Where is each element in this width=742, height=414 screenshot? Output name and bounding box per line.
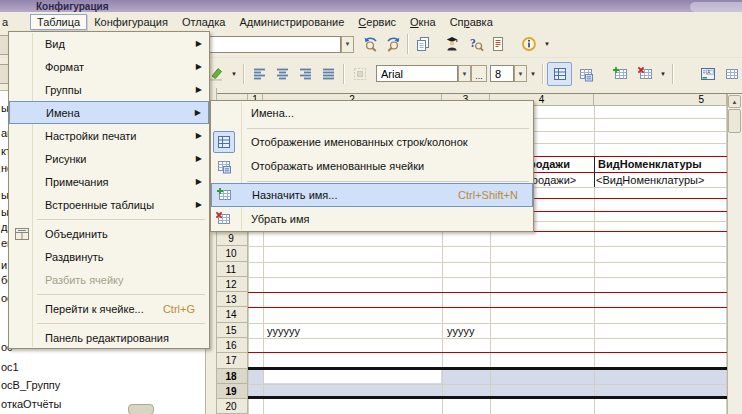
name-buttons-more-arrow[interactable]: ▼ [657,71,669,77]
scrollbar-thumb[interactable] [728,109,741,133]
menu-item-names[interactable]: Имена▶ [9,101,209,124]
toolbar-more-buttons-arrow[interactable]: ▼ [527,71,539,77]
menu-item-expand[interactable]: Раздвинуть [9,245,209,268]
menu-item-goto-cell[interactable]: Перейти к ячейке...Ctrl+G [9,297,209,320]
properties-icon[interactable]: A: [695,62,720,86]
row-header-14[interactable]: 14 [215,307,248,323]
window-title: Конфигурация [36,1,109,12]
sheet-cell-row15-col3[interactable]: ууууу [447,323,507,338]
submenu-arrow-icon: ▶ [195,108,201,117]
zoom-back-icon[interactable] [360,32,382,56]
menu-item-shortcut: Ctrl+G [163,303,203,315]
red-grid-line [248,352,727,353]
named-rows-columns-icon[interactable] [213,131,235,153]
sheet-cell-col5-title[interactable]: ВидНоменклатуры [598,156,726,172]
menu-item-editing-panel[interactable]: Панель редактирования [9,326,209,349]
column-header-5[interactable]: 5 [594,94,727,106]
named-cells-icon[interactable] [572,62,597,86]
font-name-combo[interactable]: Arial [376,65,458,82]
menubar-item-service[interactable]: Сервис [351,14,403,30]
row-header-17[interactable]: 17 [215,353,248,369]
highlighter-dropdown-arrow[interactable]: ▼ [228,71,240,77]
tree-item-fragment[interactable]: и [1,259,7,271]
sheet-cell-row15-col2[interactable]: уууууу [267,323,347,338]
names-submenu: Имена...Отображение именованных строк/ко… [210,100,534,232]
menu-item-label: Имена... [251,107,294,119]
row-header-20[interactable]: 20 [215,399,248,414]
font-name-dropdown[interactable]: ▼ [458,65,471,82]
border-frame-icon[interactable] [348,62,372,86]
row-header-19[interactable]: 19 [215,384,248,399]
menubar-item-clipped[interactable]: а [0,16,30,28]
menu-item-groups[interactable]: Группы▶ [9,78,209,101]
info-icon[interactable] [517,32,541,56]
assign-name-icon[interactable] [607,62,632,86]
align-right-icon[interactable] [294,62,317,86]
copy-icon[interactable] [412,32,434,56]
menu-item-pictures[interactable]: Рисунки▶ [9,147,209,170]
menu-item-merge[interactable]: Объединить [9,222,209,245]
document-icon[interactable] [487,32,509,56]
font-size-value: 8 [495,68,501,80]
zoom-forward-icon[interactable] [382,32,404,56]
menu-item-view[interactable]: Вид▶ [9,32,209,55]
tree-horizontal-scrollbar-thumb[interactable] [128,404,154,414]
generic-table-icon[interactable] [720,62,742,86]
svg-text:?: ? [470,37,476,49]
address-combo-dropdown[interactable]: ▼ [341,36,354,53]
font-size-dropdown[interactable]: ▼ [514,65,527,82]
menubar-item-debug[interactable]: Отладка [175,14,232,30]
window-controls-area [690,2,742,12]
vertical-scrollbar[interactable] [727,94,742,414]
row-header-13[interactable]: 13 [215,292,248,307]
menu-item-label: Вид [45,38,65,50]
submenu-arrow-icon: ▶ [196,85,202,94]
tree-item-fragment[interactable]: ос1 [1,361,19,373]
row-header-15[interactable]: 15 [215,323,248,338]
menu-item-names-dialog[interactable]: Имена... [211,101,533,125]
syntax-helper-icon[interactable] [440,32,464,56]
align-center-icon[interactable] [271,62,294,86]
menu-item-notes[interactable]: Примечания▶ [9,170,209,193]
submenu-arrow-icon: ▶ [196,131,202,140]
menubar-item-configuration[interactable]: Конфигурация [87,14,175,30]
menubar-item-windows[interactable]: Окна [403,14,443,30]
menu-item-format[interactable]: Формат▶ [9,55,209,78]
row-header-9[interactable]: 9 [215,231,248,246]
menu-item-print-settings[interactable]: Настройки печати▶ [9,124,209,147]
menu-item-show-named-rows-columns[interactable]: Отображение именованных строк/колонок [211,130,533,154]
align-justify-icon[interactable] [317,62,340,86]
align-left-icon[interactable] [248,62,271,86]
menubar-item-administration[interactable]: Администрирование [232,14,351,30]
menu-item-remove-name[interactable]: Убрать имя [211,207,533,231]
remove-name-icon[interactable] [632,62,657,86]
menu-item-assign-name[interactable]: Назначить имя...Ctrl+Shift+N [211,183,533,207]
menu-item-label: Разбить ячейку [45,274,124,286]
scrollbar-up-button[interactable]: ▲ [728,95,741,108]
menubar-item-help[interactable]: Справка [443,14,500,30]
tree-item-fragment[interactable]: откаОтчёты [1,398,61,410]
menubar-item-table[interactable]: Таблица [30,14,87,30]
row-header-10[interactable]: 10 [215,246,248,262]
help-search-icon[interactable]: ? [464,32,487,56]
row-header-18[interactable]: 18 [215,369,248,384]
toolbar-separator [407,34,409,54]
active-cell[interactable] [264,370,441,383]
font-more-button[interactable]: ... [471,65,487,82]
selection-border [248,396,727,399]
menu-item-label: Объединить [45,228,108,240]
menu-item-show-named-cells[interactable]: Отображать именованные ячейки [211,154,533,178]
toolbar-more-buttons-arrow[interactable]: ▼ [541,41,553,47]
toolbar-separator [542,64,544,84]
menu-item-label: Группы [45,84,82,96]
row-header-16[interactable]: 16 [215,338,248,353]
named-rows-columns-icon[interactable] [547,62,572,86]
row-header-12[interactable]: 12 [215,277,248,292]
font-name-value: Arial [381,68,403,80]
row-header-11[interactable]: 11 [215,262,248,277]
sheet-cell-col5-parameter[interactable]: <ВидНоменклатуры> [596,172,726,187]
tree-item-fragment[interactable]: осВ_Группу [1,379,60,391]
font-size-combo[interactable]: 8 [490,65,514,82]
svg-text:A:: A: [707,69,711,74]
menu-item-embedded-tables[interactable]: Встроенные таблицы▶ [9,193,209,216]
